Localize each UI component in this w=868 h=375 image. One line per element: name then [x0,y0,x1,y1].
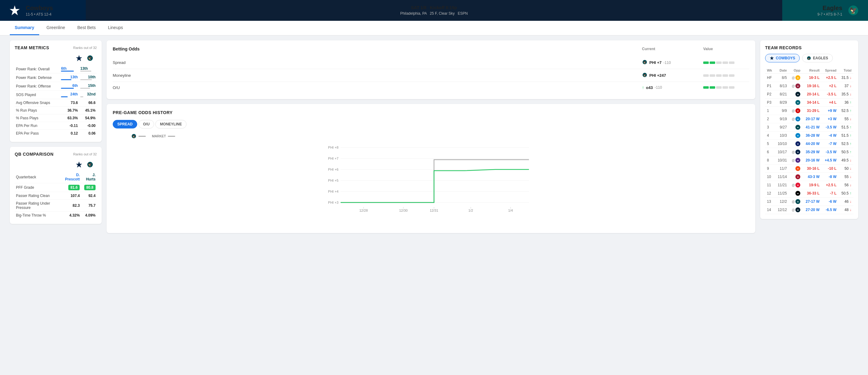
metric-value: 82.3 [60,200,81,212]
odds-col-value: Value [703,47,749,51]
cowboys-mini-logo-qb [75,160,83,169]
metric-label: Power Rank: Defense [15,73,60,82]
result-cell: 34-14 L [802,99,822,107]
wk-cell: 11 [765,181,775,189]
tab-summary[interactable]: Summary [10,21,39,35]
tab-moneyline[interactable]: MONEYLINE [155,120,186,129]
svg-text:🦅: 🦅 [808,57,810,60]
svg-text:🦅: 🦅 [88,162,92,167]
opp-cell: @ ● [789,206,802,214]
date-cell: 11/7 [775,165,789,173]
metric-value: 107.4 [60,192,81,200]
opp-cell: @ ● [789,74,802,82]
tab-best-bets[interactable]: Best Bets [72,21,101,35]
spread-cell: +4 L [822,99,838,107]
odds-current-spread: 🦅 PHI +7 -110 [642,59,703,66]
wk-cell: 14 [765,206,775,214]
metric-label: Power Rank: Offense [15,82,60,91]
date-cell: 10/17 [775,148,789,156]
wk-cell: 2 [765,115,775,123]
spread-cell: +2.5 L [822,74,838,82]
spread-cell: -7 L [822,189,838,198]
svg-text:1/4: 1/4 [508,209,513,212]
metric-label: EPA Per Run [15,122,60,130]
eagles-ml-logo: 🦅 [642,72,648,79]
result-cell: 44-20 W [802,140,822,148]
result-cell: 35-29 W [802,148,822,156]
date-cell: 11/14 [775,173,789,181]
spread-cell: +2.5 L [822,181,838,189]
metric-value: 13th [60,73,79,82]
svg-text:PHI +6: PHI +6 [328,168,338,171]
tab-eagles-records[interactable]: 🦅 EAGLES [802,54,833,62]
wk-cell: P2 [765,90,775,99]
opp-cell: ● [789,140,802,148]
svg-text:PHI +7: PHI +7 [328,157,338,160]
table-row: HF 8/5 @ ● 16-3 L +2.5 L 31.5 ↓ [765,74,853,82]
table-row: Quarterback D. Prescott J. Hurts [15,171,97,183]
tab-spread[interactable]: SPREAD [113,120,137,129]
value-bar-gray [722,62,728,64]
qb-metrics-table: Quarterback D. Prescott J. Hurts PFF Gra… [15,171,97,219]
metric-label: % Run Plays [15,107,60,114]
total-cell: 52.5 ↑ [838,140,853,148]
table-row: Power Rank: Offense 6th 15th [15,82,97,91]
value-bar-gray [703,74,709,77]
odds-history-title: PRE-GAME ODDS HISTORY [113,110,749,115]
legend-item-phi: 🦅 [131,133,146,139]
moneyline-value-bars [703,74,749,77]
wk-cell: P1 [765,82,775,90]
opp-cell: ● [789,99,802,107]
opp-cell: @ ● [789,156,802,165]
opp-cell: ● [789,132,802,140]
table-row: 10 11/14 ● 43-3 W -8 W 55 ↓ [765,173,853,181]
result-cell: 20-17 W [802,115,822,123]
value-bar-green [703,62,709,64]
result-cell: 16-3 L [802,74,822,82]
team-metrics-table: Power Rank: Overall 6th 13th [15,65,97,137]
table-row: EPA Per Pass 0.12 0.06 [15,130,97,137]
metric-value: 6th [60,82,79,91]
tab-ou[interactable]: O/U [138,120,154,129]
spread-cell: -4 W [822,132,838,140]
result-cell: 36-33 L [802,189,822,198]
odds-history-card: PRE-GAME ODDS HISTORY SPREAD O/U MONEYLI… [106,104,755,233]
metric-value: 54.9% [79,114,97,122]
table-row: P1 8/13 @ ● 19-16 L +2 L 37 ↓ [765,82,853,90]
team-metrics-card: TEAM METRICS Ranks out of 32 🦅 Power Ran… [10,40,102,142]
table-row: Avg Offensive Snaps 73.6 66.6 [15,99,97,107]
odds-type-moneyline: Moneyline [113,73,642,78]
value-bar-gray [729,62,735,64]
opp-cell: ● [789,90,802,99]
cowboys-team-name: Cowboys [26,5,53,12]
team-records-title: TEAM RECORDS [765,45,853,50]
date-cell: 10/3 [775,132,789,140]
wk-cell: 5 [765,140,775,148]
tab-greenline[interactable]: Greenline [42,21,70,35]
svg-text:🦅: 🦅 [88,56,92,60]
total-cell: 55 ↓ [838,115,853,123]
value-bar-gray [710,74,715,77]
metric-label: PFF Grade [15,183,60,192]
spread-value-bars [703,62,749,64]
metric-value: 4.09% [81,212,97,219]
odds-col-current: Current [642,47,703,51]
value-bar-green [703,86,709,89]
table-row: 12 11/25 ● 36-33 L -7 L 50.5 ↑ [765,189,853,198]
tab-cowboys-records[interactable]: COWBOYS [765,54,800,62]
metric-value: 15th [79,82,97,91]
spread-cell: -7 W [822,140,838,148]
metric-label: Avg Offensive Snaps [15,99,60,107]
tab-lineups[interactable]: Lineups [103,21,128,35]
opp-cell: @ ● [789,115,802,123]
table-row: 4 10/3 ● 36-28 W -4 W 51.5 ↑ [765,132,853,140]
col-total: Total [838,67,853,74]
table-row: 8 10/31 @ ● 20-16 W +4.5 W 49.5 ↓ [765,156,853,165]
col-spread: Spread [822,67,838,74]
game-location: Philadelphia, PA 25 F, Clear Sky ESPN [400,11,468,15]
wk-cell: 8 [765,156,775,165]
table-row: PFF Grade 81.6 80.8 [15,183,97,192]
total-cell: 50.5 ↑ [838,189,853,198]
header: Cowboys 11-5 • ATS 12-4 SAT 1/8 Kickoff … [0,0,868,21]
metric-value: 0.06 [79,130,97,137]
